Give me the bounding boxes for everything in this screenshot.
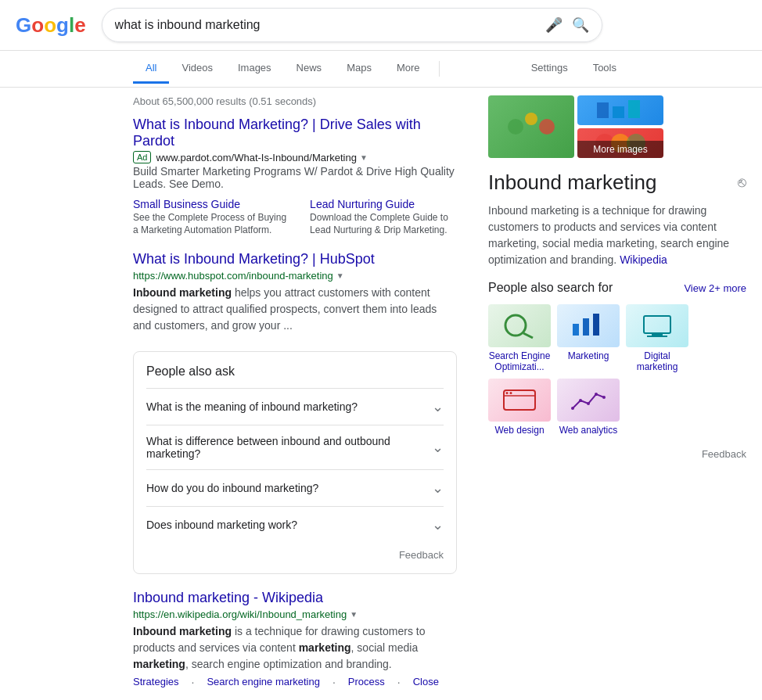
- tab-maps[interactable]: Maps: [334, 54, 384, 84]
- paa-feedback: Feedback: [146, 549, 444, 561]
- svg-rect-13: [593, 314, 599, 336]
- also-search-title: People also search for: [488, 281, 613, 295]
- ad-sitelink-title-2[interactable]: Lead Nurturing Guide: [310, 198, 415, 210]
- sidebar-entity-title: Inbound marketing: [488, 171, 656, 195]
- also-search-marketing[interactable]: Marketing: [557, 304, 620, 372]
- ad-description: Build Smarter Marketing Programs W/ Pard…: [133, 165, 457, 190]
- paa-item-1[interactable]: What is the meaning of inbound marketing…: [146, 388, 444, 425]
- search-icons: 🎤 🔍: [545, 16, 589, 34]
- paa-question-3: How do you do inbound marketing?: [146, 482, 318, 494]
- result-url-wikipedia: https://en.wikipedia.org/wiki/Inbound_ma…: [133, 608, 347, 620]
- view-more-link[interactable]: View 2+ more: [684, 282, 746, 294]
- tab-images[interactable]: Images: [225, 54, 284, 84]
- logo-letter-g2: g: [56, 13, 69, 37]
- ad-result: What is Inbound Marketing? | Drive Sales…: [133, 117, 457, 235]
- also-search-label-digital: Digital marketing: [626, 350, 688, 372]
- result-sitelinks-wikipedia: Strategies · Search engine marketing · P…: [133, 676, 457, 688]
- svg-rect-14: [644, 316, 670, 333]
- search-bar[interactable]: what is inbound marketing 🎤 🔍: [102, 8, 602, 42]
- wikipedia-link[interactable]: Wikipedia: [620, 253, 667, 266]
- tab-tools[interactable]: Tools: [580, 54, 629, 84]
- also-search-label-marketing: Marketing: [557, 350, 620, 361]
- sidebar-image-2-svg: [593, 99, 648, 122]
- webanalytics-icon: [569, 386, 608, 414]
- sidebar-image-1[interactable]: [488, 95, 574, 158]
- also-search-img-seo: [488, 304, 551, 347]
- ad-sitelink-title-1[interactable]: Small Business Guide: [133, 198, 240, 210]
- result-sitelink-strategies[interactable]: Strategies: [133, 676, 179, 688]
- result-sitelink-close[interactable]: Close: [413, 676, 439, 688]
- ad-url-arrow: ▼: [360, 153, 368, 162]
- svg-point-25: [602, 396, 606, 399]
- ad-sitelink-desc-1a: See the Complete Process of Buying: [133, 212, 286, 223]
- sidebar-image-2[interactable]: [577, 95, 663, 125]
- also-search-seo[interactable]: Search Engine Optimizati...: [488, 304, 551, 372]
- webdesign-icon: [500, 386, 539, 414]
- svg-point-20: [510, 392, 512, 394]
- digital-icon: [638, 312, 677, 339]
- svg-rect-11: [573, 324, 579, 336]
- logo-letter-g: G: [16, 13, 31, 37]
- tab-videos[interactable]: Videos: [169, 54, 225, 84]
- microphone-icon[interactable]: 🎤: [545, 16, 563, 34]
- paa-item-3[interactable]: How do you do inbound marketing? ⌄: [146, 469, 444, 506]
- sidebar-image-1-svg: [500, 107, 563, 146]
- ad-url-text: www.pardot.com/What-Is-Inbound/Marketing: [156, 152, 357, 163]
- tab-settings[interactable]: Settings: [519, 54, 580, 84]
- svg-rect-17: [504, 390, 535, 410]
- search-icon[interactable]: 🔍: [572, 16, 589, 34]
- result-sitelink-process[interactable]: Process: [348, 676, 385, 688]
- tab-all[interactable]: All: [133, 54, 169, 84]
- svg-point-2: [539, 119, 555, 135]
- also-search-img-webanalytics: [557, 379, 620, 422]
- share-icon[interactable]: ⎋: [738, 174, 746, 191]
- tab-news[interactable]: News: [284, 54, 335, 84]
- also-search-img-digital: [626, 304, 688, 347]
- result-sitelink-sem[interactable]: Search engine marketing: [207, 676, 320, 688]
- ad-title[interactable]: What is Inbound Marketing? | Drive Sales…: [133, 117, 421, 149]
- paa-question-2: What is difference between inbound and o…: [146, 435, 432, 460]
- also-search-label-seo: Search Engine Optimizati...: [488, 350, 551, 372]
- result-snippet-wikipedia: Inbound marketing is a technique for dra…: [133, 623, 457, 673]
- svg-rect-4: [613, 106, 624, 118]
- also-search-digital[interactable]: Digital marketing: [626, 304, 688, 372]
- more-images-overlay[interactable]: More images: [577, 141, 663, 158]
- paa-item-2[interactable]: What is difference between inbound and o…: [146, 425, 444, 469]
- paa-item-4[interactable]: Does inbound marketing work? ⌄: [146, 506, 444, 543]
- result-url-row-hubspot: https://www.hubspot.com/inbound-marketin…: [133, 270, 457, 282]
- result-wikipedia: Inbound marketing - Wikipedia https://en…: [133, 590, 457, 688]
- result-title-wikipedia[interactable]: Inbound marketing - Wikipedia: [133, 590, 457, 606]
- paa-chevron-3: ⌄: [432, 479, 444, 497]
- sidebar-feedback: Feedback: [488, 448, 746, 460]
- also-search-webdesign[interactable]: Web design: [488, 379, 551, 436]
- also-search-img-marketing: [557, 304, 620, 347]
- sidebar-title-row: Inbound marketing ⎋: [488, 171, 746, 195]
- svg-point-0: [508, 119, 523, 135]
- also-search-label-webdesign: Web design: [488, 425, 551, 436]
- sidebar-image-3[interactable]: More images: [577, 128, 663, 158]
- svg-point-23: [587, 402, 590, 405]
- ad-sitelink-desc-2a: Download the Complete Guide to: [310, 212, 448, 223]
- svg-rect-15: [652, 333, 663, 336]
- svg-point-22: [579, 399, 582, 402]
- logo-letter-e: e: [74, 13, 85, 37]
- tab-more[interactable]: More: [384, 54, 433, 84]
- logo-letter-o1: o: [31, 13, 44, 37]
- svg-line-10: [523, 333, 533, 338]
- also-search-img-webdesign: [488, 379, 551, 422]
- google-logo: Google: [16, 13, 86, 38]
- search-input[interactable]: what is inbound marketing: [115, 18, 545, 32]
- result-url-row-wikipedia: https://en.wikipedia.org/wiki/Inbound_ma…: [133, 608, 457, 620]
- paa-question-1: What is the meaning of inbound marketing…: [146, 400, 358, 413]
- svg-point-24: [595, 393, 598, 396]
- people-also-ask: People also ask What is the meaning of i…: [133, 351, 457, 574]
- svg-point-1: [525, 113, 537, 125]
- ad-sitelinks: Small Business Guide See the Complete Pr…: [133, 198, 457, 235]
- also-search-webanalytics[interactable]: Web analytics: [557, 379, 620, 436]
- result-url-arrow-wikipedia: ▼: [350, 610, 358, 619]
- svg-rect-16: [647, 336, 667, 337]
- marketing-icon: [569, 312, 608, 339]
- results-count: About 65,500,000 results (0.51 seconds): [133, 95, 457, 107]
- result-title-hubspot[interactable]: What is Inbound Marketing? | HubSpot: [133, 251, 457, 267]
- also-search-grid: Search Engine Optimizati... Marketing: [488, 304, 746, 436]
